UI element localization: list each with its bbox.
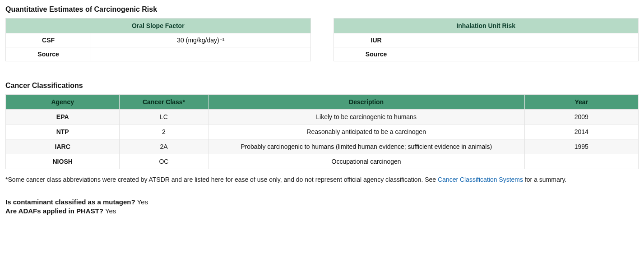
oral-header: Oral Slope Factor bbox=[6, 18, 311, 33]
section-title-risk: Quantitative Estimates of Carcinogenic R… bbox=[5, 5, 639, 14]
table-row: NIOSH OC Occupational carcinogen bbox=[6, 154, 639, 169]
cell-agency: EPA bbox=[6, 110, 120, 124]
cell-class: 2A bbox=[120, 139, 208, 154]
inhal-source-value bbox=[419, 47, 638, 61]
cell-agency: NTP bbox=[6, 124, 120, 139]
table-row: CSF 30 (mg/kg/day)⁻¹ bbox=[6, 33, 311, 47]
adaf-answer: Yes bbox=[105, 207, 116, 215]
cell-agency: NIOSH bbox=[6, 154, 120, 169]
mutagen-question: Is contaminant classified as a mutagen? … bbox=[5, 198, 639, 206]
cell-agency: IARC bbox=[6, 139, 120, 154]
footnote-pre: *Some cancer class abbreviations were cr… bbox=[5, 176, 438, 183]
table-row: Source bbox=[334, 47, 639, 61]
oral-slope-factor-table: Oral Slope Factor CSF 30 (mg/kg/day)⁻¹ S… bbox=[5, 18, 311, 61]
oral-csf-label: CSF bbox=[6, 33, 91, 47]
cell-year bbox=[524, 154, 638, 169]
cell-year: 2014 bbox=[524, 124, 638, 139]
inhal-header: Inhalation Unit Risk bbox=[334, 18, 639, 33]
inhal-iur-label: IUR bbox=[334, 33, 419, 47]
cell-class: LC bbox=[120, 110, 208, 124]
cell-desc: Reasonably anticipated to be a carcinoge… bbox=[208, 124, 524, 139]
col-year: Year bbox=[524, 95, 638, 110]
table-row: EPA LC Likely to be carcinogenic to huma… bbox=[6, 110, 639, 124]
risk-tables-row: Oral Slope Factor CSF 30 (mg/kg/day)⁻¹ S… bbox=[5, 18, 639, 61]
adaf-question-label: Are ADAFs applied in PHAST? bbox=[5, 207, 103, 215]
inhal-source-label: Source bbox=[334, 47, 419, 61]
cell-class: 2 bbox=[120, 124, 208, 139]
table-row: IARC 2A Probably carcinogenic to humans … bbox=[6, 139, 639, 154]
cancer-classification-systems-link[interactable]: Cancer Classification Systems bbox=[438, 176, 523, 183]
section-title-classifications: Cancer Classifications bbox=[5, 82, 639, 90]
adaf-question: Are ADAFs applied in PHAST? Yes bbox=[5, 207, 639, 215]
table-row: IUR bbox=[334, 33, 639, 47]
mutagen-answer: Yes bbox=[137, 198, 148, 206]
table-row: NTP 2 Reasonably anticipated to be a car… bbox=[6, 124, 639, 139]
cell-desc: Likely to be carcinogenic to humans bbox=[208, 110, 524, 124]
col-description: Description bbox=[208, 95, 524, 110]
footnote-post: for a summary. bbox=[523, 176, 566, 183]
oral-source-value bbox=[91, 47, 310, 61]
cell-year: 2009 bbox=[524, 110, 638, 124]
table-row: Source bbox=[6, 47, 311, 61]
cell-desc: Occupational carcinogen bbox=[208, 154, 524, 169]
cell-year: 1995 bbox=[524, 139, 638, 154]
inhal-iur-value bbox=[419, 33, 638, 47]
oral-source-label: Source bbox=[6, 47, 91, 61]
oral-csf-value: 30 (mg/kg/day)⁻¹ bbox=[91, 33, 310, 47]
cancer-classifications-table: Agency Cancer Class* Description Year EP… bbox=[5, 94, 639, 169]
col-agency: Agency bbox=[6, 95, 120, 110]
col-cancer-class: Cancer Class* bbox=[120, 95, 208, 110]
cell-class: OC bbox=[120, 154, 208, 169]
footnote: *Some cancer class abbreviations were cr… bbox=[5, 175, 639, 184]
mutagen-question-label: Is contaminant classified as a mutagen? bbox=[5, 198, 135, 206]
cell-desc: Probably carcinogenic to humans (limited… bbox=[208, 139, 524, 154]
inhalation-unit-risk-table: Inhalation Unit Risk IUR Source bbox=[334, 18, 639, 61]
